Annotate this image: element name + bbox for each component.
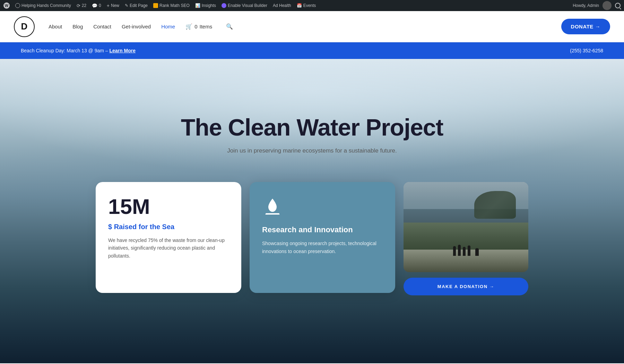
insights-label: Insights — [202, 3, 216, 8]
hero-section: The Clean Water Project Join us in prese… — [0, 59, 624, 363]
stat-description: We have recycled 75% of the waste from o… — [108, 236, 229, 260]
new-label: New — [111, 3, 119, 8]
events-icon: 📅 — [297, 3, 302, 8]
announcement-link[interactable]: Learn More — [109, 48, 135, 53]
comments-icon: 💬 — [92, 3, 97, 8]
donate-button[interactable]: DONATE → — [561, 19, 610, 34]
enable-vb-label: Enable Visual Builder — [228, 3, 267, 8]
ad-health-item[interactable]: Ad Health — [273, 3, 291, 8]
beach-image — [404, 182, 528, 272]
announcement-bar: Beach Cleanup Day: March 13 @ 9am – Lear… — [0, 42, 624, 59]
site-name-label: Helping Hands Community — [21, 3, 71, 8]
cart-count: 0 — [194, 24, 197, 29]
admin-avatar[interactable] — [603, 1, 612, 10]
plus-icon: + — [107, 3, 110, 8]
howdy-label: Howdy, Admin — [573, 3, 599, 8]
rank-math-item[interactable]: Rank Math SEO — [153, 3, 190, 8]
site-logo[interactable]: D — [14, 16, 35, 37]
updates-icon: ⟳ — [77, 3, 80, 8]
site-icon — [15, 3, 20, 8]
cards-row: 15M $ Raised for the Sea We have recycle… — [82, 182, 542, 295]
admin-bar: W Helping Hands Community ⟳ 22 💬 0 + New… — [0, 0, 624, 11]
ad-health-label: Ad Health — [273, 3, 291, 8]
vb-icon — [222, 3, 226, 8]
edit-icon: ✎ — [125, 3, 128, 8]
events-item[interactable]: 📅 Events — [297, 3, 316, 8]
insights-icon: 📊 — [195, 3, 200, 8]
updates-item[interactable]: ⟳ 22 — [77, 3, 86, 8]
research-card: Research and Innovation Showcasing ongoi… — [250, 182, 395, 293]
search-button[interactable]: 🔍 — [226, 23, 233, 30]
announcement-message: Beach Cleanup Day: March 13 @ 9am – — [21, 48, 108, 53]
stat-number: 15M — [108, 196, 229, 217]
hero-content: The Clean Water Project Join us in prese… — [174, 114, 450, 154]
rank-math-icon — [153, 3, 158, 8]
stat-label: $ Raised for the Sea — [108, 223, 229, 231]
hero-title: The Clean Water Project — [181, 114, 443, 140]
admin-search-icon[interactable] — [615, 3, 621, 8]
announcement-text: Beach Cleanup Day: March 13 @ 9am – Lear… — [21, 48, 136, 53]
events-label: Events — [303, 3, 316, 8]
tree-silhouette — [474, 191, 516, 219]
stat-card: 15M $ Raised for the Sea We have recycle… — [96, 182, 241, 293]
research-description: Showcasing ongoing research projects, te… — [262, 240, 383, 255]
site-name-item[interactable]: Helping Hands Community — [15, 3, 71, 8]
announcement-phone: (255) 352-6258 — [570, 48, 603, 53]
edit-page-item[interactable]: ✎ Edit Page — [125, 3, 148, 8]
new-item[interactable]: + New — [107, 3, 119, 8]
logo-letter: D — [21, 21, 28, 32]
cart-items-label: Items — [200, 24, 213, 29]
insights-item[interactable]: 📊 Insights — [195, 3, 216, 8]
comments-item[interactable]: 💬 0 — [92, 3, 101, 8]
cart-icon: 🛒 — [185, 23, 192, 30]
wp-logo[interactable]: W — [3, 2, 10, 9]
rank-math-label: Rank Math SEO — [159, 3, 190, 8]
nav-get-involved[interactable]: Get-involved — [122, 24, 151, 29]
nav-about[interactable]: About — [49, 24, 62, 29]
person-1 — [453, 246, 456, 256]
cart-area[interactable]: 🛒 0 Items — [185, 23, 212, 30]
person-5 — [475, 248, 479, 256]
water-drop-icon — [262, 196, 283, 217]
wordpress-icon: W — [3, 2, 10, 9]
image-card-col: MAKE A DONATION → — [404, 182, 528, 295]
edit-page-label: Edit Page — [130, 3, 148, 8]
person-4 — [468, 245, 470, 256]
site-header: D About Blog Contact Get-involved Home 🛒… — [0, 11, 624, 42]
hero-subtitle: Join us in preserving marine ecosystems … — [181, 147, 443, 154]
comments-count: 0 — [99, 3, 101, 8]
people-silhouettes — [453, 245, 479, 256]
nav-home[interactable]: Home — [161, 24, 175, 29]
person-3 — [463, 247, 466, 256]
person-2 — [458, 245, 461, 256]
make-donation-button[interactable]: MAKE A DONATION → — [404, 278, 528, 295]
beach-image-inner — [404, 182, 528, 272]
research-title: Research and Innovation — [262, 225, 383, 235]
updates-count: 22 — [82, 3, 86, 8]
enable-vb-item[interactable]: Enable Visual Builder — [222, 3, 267, 8]
admin-bar-right: Howdy, Admin — [573, 1, 621, 10]
svg-rect-0 — [266, 213, 279, 215]
nav-contact[interactable]: Contact — [93, 24, 111, 29]
logo-circle: D — [14, 16, 35, 37]
site-nav: About Blog Contact Get-involved Home 🛒 0… — [49, 23, 561, 30]
nav-blog[interactable]: Blog — [72, 24, 83, 29]
